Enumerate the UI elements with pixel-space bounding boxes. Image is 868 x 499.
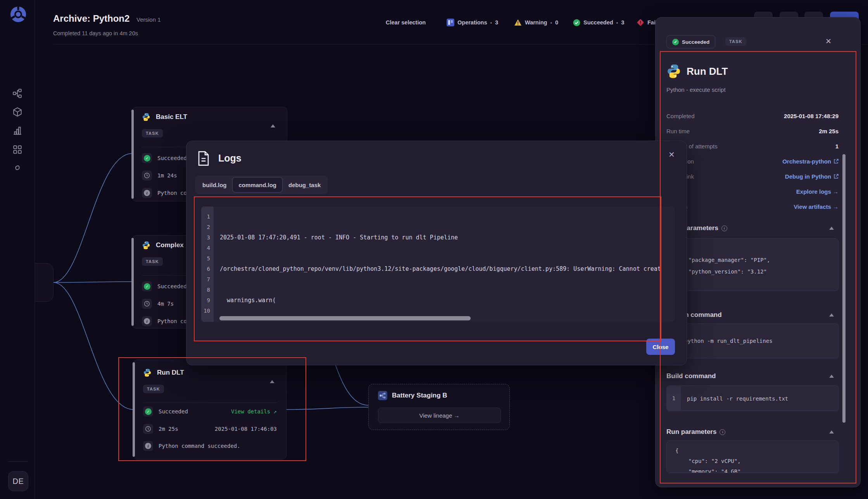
- warning-icon: [514, 19, 522, 26]
- apps-grid-icon[interactable]: [12, 145, 22, 155]
- log-line: warnings.warn(: [220, 295, 675, 306]
- operations-counter[interactable]: Operations • 3: [447, 18, 498, 27]
- external-link-icon: [833, 159, 839, 164]
- app-root: DE Archive: Python2 Version 1 Completed …: [0, 0, 868, 499]
- build-command-code[interactable]: 1 pip install -r requirements.txt: [666, 385, 839, 411]
- task-duration: 4m 7s: [157, 301, 174, 307]
- tab-debug-task[interactable]: debug_task: [283, 177, 326, 193]
- task-title: Run DLT: [157, 369, 184, 377]
- task-message: Python command succeeded.: [159, 443, 240, 449]
- field-value: 2025-01-08 17:48:29: [784, 113, 839, 119]
- section-build-command: Build command: [666, 372, 716, 380]
- document-icon: [197, 151, 210, 166]
- clock-icon: [143, 424, 153, 434]
- failed-icon: [637, 19, 644, 26]
- log-line: 2025-01-08 17:47:20,491 - root - INFO - …: [220, 232, 675, 243]
- python-icon: [142, 113, 150, 121]
- line-number: 1: [667, 386, 681, 411]
- debug-link[interactable]: Debug in Python: [785, 173, 839, 180]
- modal-title: Logs: [218, 153, 242, 164]
- task-parameters-code[interactable]: { "package_manager": "PIP", "python_vers…: [666, 238, 839, 291]
- info-icon: [143, 441, 153, 451]
- page-title: Archive: Python2: [53, 13, 129, 24]
- info-circle-icon[interactable]: [720, 429, 725, 435]
- collapse-icon[interactable]: [829, 375, 834, 378]
- orchestra-logo-icon[interactable]: [9, 5, 27, 23]
- integration-link[interactable]: Orchestra-python: [782, 158, 839, 165]
- view-details-link[interactable]: View details ↗: [231, 408, 277, 415]
- succeeded-icon: [573, 19, 580, 26]
- tab-command-log[interactable]: command.log: [232, 177, 283, 193]
- modal-close-icon[interactable]: ✕: [668, 150, 675, 159]
- sidebar: DE: [0, 0, 35, 499]
- user-avatar[interactable]: DE: [8, 471, 28, 491]
- succeeded-counter[interactable]: Succeeded • 3: [573, 18, 624, 27]
- python-icon: [666, 64, 681, 79]
- external-link-icon: [833, 174, 839, 179]
- sidebar-divider: [8, 461, 28, 462]
- pipelines-icon[interactable]: [12, 88, 22, 98]
- task-finished-at: 2025-01-08 17:46:03: [215, 426, 277, 432]
- clear-selection-button[interactable]: Clear selection: [386, 18, 426, 27]
- view-artifacts-link[interactable]: View artifacts →: [794, 203, 839, 210]
- status-icon: [143, 406, 153, 416]
- task-type-badge: TASK: [143, 385, 164, 393]
- explore-logs-link[interactable]: Explore logs →: [796, 188, 839, 195]
- panel-title: Run DLT: [687, 65, 728, 77]
- task-title: Basic ELT: [156, 113, 187, 121]
- version-label: Version 1: [136, 16, 161, 23]
- products-cube-icon[interactable]: [12, 107, 22, 117]
- info-icon: [142, 188, 152, 198]
- modal-close-button[interactable]: Close: [646, 339, 675, 355]
- view-lineage-button[interactable]: View lineage →: [378, 408, 501, 423]
- panel-scrollbar[interactable]: [842, 154, 846, 423]
- datasource-title: Battery Staging B: [392, 392, 447, 399]
- task-status: Succeeded: [157, 283, 187, 289]
- python-command-code[interactable]: python -m run_dlt_pipelines: [666, 323, 839, 358]
- clock-icon: [142, 299, 152, 309]
- collapse-icon[interactable]: [829, 430, 834, 434]
- card-divider: [143, 403, 277, 403]
- task-duration: 2m 25s: [159, 426, 178, 432]
- operations-icon: [447, 19, 454, 26]
- panel-status-badge: Succeeded: [666, 35, 715, 48]
- datasource-card-battery-staging-b[interactable]: Battery Staging B View lineage →: [368, 384, 510, 430]
- warning-count: 0: [555, 19, 558, 26]
- field-label: Run time: [666, 128, 690, 134]
- succeeded-check-icon: [672, 39, 679, 45]
- collapse-icon[interactable]: [271, 124, 275, 127]
- collapse-icon[interactable]: [829, 313, 834, 317]
- python-icon: [143, 368, 152, 377]
- info-icon: [142, 316, 152, 326]
- run-parameters-code[interactable]: { "cpu": "2 vCPU", "memory": "4 GB": [666, 440, 839, 473]
- field-value: 2m 25s: [819, 128, 839, 134]
- task-title: Complex: [156, 241, 184, 249]
- panel-close-icon[interactable]: ✕: [825, 37, 832, 46]
- log-tabs: build.log command.log debug_task: [195, 176, 328, 194]
- panel-type-badge: TASK: [725, 37, 746, 46]
- status-icon: [142, 281, 152, 291]
- bar-chart-icon[interactable]: [12, 126, 22, 136]
- collapse-icon[interactable]: [270, 380, 274, 383]
- field-label: Completed: [666, 113, 695, 119]
- status-icon: [142, 153, 152, 163]
- tab-build-log[interactable]: build.log: [197, 177, 232, 193]
- link-icon[interactable]: [12, 163, 22, 173]
- collapse-icon[interactable]: [829, 227, 834, 230]
- horizontal-scrollbar[interactable]: [219, 316, 471, 320]
- log-line-numbers: 12 34 56 78 910: [201, 206, 214, 322]
- field-value: 1: [835, 143, 839, 150]
- warning-counter[interactable]: Warning • 0: [514, 18, 558, 27]
- logs-modal: Logs ✕ build.log command.log debug_task …: [186, 141, 687, 365]
- lineage-graph-icon: [378, 391, 387, 400]
- log-line: /orchestra/cloned_python_repo/venv/lib/p…: [220, 264, 675, 274]
- task-card-run-dlt[interactable]: Run DLT TASK Succeeded View details ↗ 2m…: [133, 360, 286, 459]
- log-viewer[interactable]: 12 34 56 78 910 2025-01-08 17:47:20,491 …: [201, 206, 675, 322]
- info-circle-icon[interactable]: [721, 225, 727, 231]
- task-duration: 1m 24s: [157, 172, 177, 179]
- panel-subtitle: Python - execute script: [666, 86, 726, 93]
- section-run-parameters: Run parameters: [666, 428, 725, 436]
- task-type-badge: TASK: [142, 129, 163, 138]
- succeeded-count: 3: [621, 19, 624, 26]
- operations-count: 3: [495, 19, 498, 26]
